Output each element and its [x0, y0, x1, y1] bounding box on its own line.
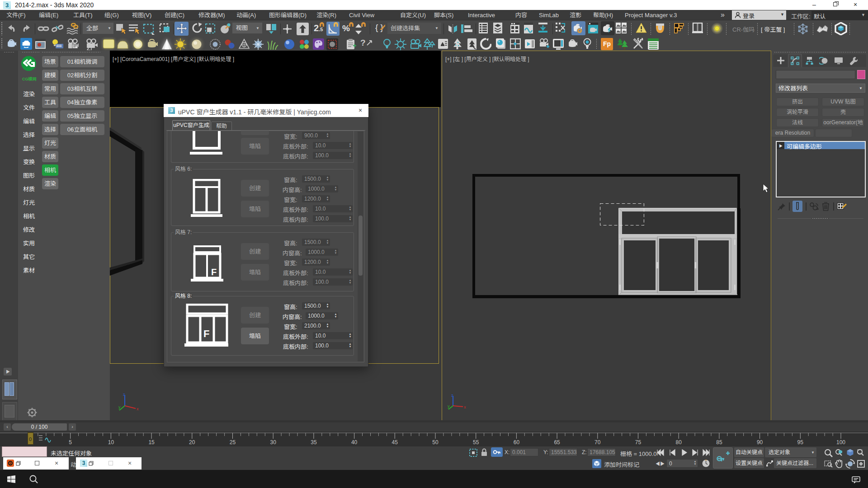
svg-text:F: F [211, 267, 217, 277]
svg-text:10: 10 [108, 439, 114, 446]
svg-text:35: 35 [311, 439, 317, 446]
svg-text:x: x [137, 407, 139, 411]
svg-text:45: 45 [392, 439, 398, 446]
svg-text:x: x [464, 405, 466, 409]
svg-text:15: 15 [148, 439, 155, 446]
svg-text:50: 50 [432, 439, 439, 446]
svg-text:25: 25 [230, 439, 236, 446]
svg-text:F: F [203, 328, 209, 339]
svg-text:65: 65 [554, 439, 560, 446]
svg-text:100: 100 [836, 439, 845, 446]
svg-text:55: 55 [473, 439, 479, 446]
svg-text:85: 85 [716, 439, 722, 446]
svg-text:y: y [448, 404, 450, 408]
svg-text:75: 75 [635, 439, 642, 446]
svg-text:z: z [451, 393, 453, 398]
svg-text:40: 40 [351, 439, 358, 446]
svg-text:y: y [118, 405, 121, 409]
svg-text:20: 20 [189, 439, 195, 446]
svg-text:5: 5 [69, 439, 72, 446]
svg-text:80: 80 [676, 439, 682, 446]
svg-text:95: 95 [797, 439, 804, 446]
svg-text:z: z [123, 392, 125, 397]
svg-text:90: 90 [757, 439, 763, 446]
svg-text:70: 70 [594, 439, 601, 446]
svg-text:60: 60 [514, 439, 520, 446]
svg-text:30: 30 [270, 439, 277, 446]
